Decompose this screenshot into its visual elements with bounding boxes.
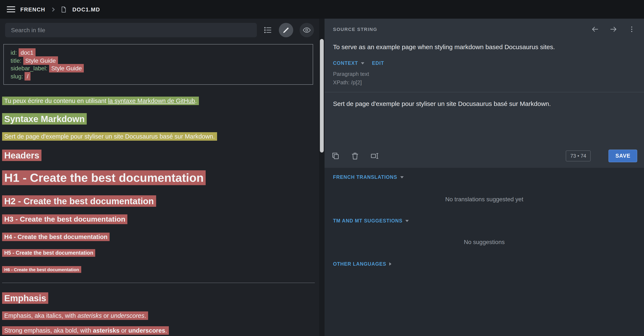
edit-link[interactable]: EDIT	[372, 61, 384, 66]
source-string[interactable]: Tu peux écrire du contenu en utilisant l…	[2, 97, 199, 105]
source-text: To serve as an example page when styling…	[324, 40, 644, 51]
context-type: Paragraph text	[333, 71, 636, 77]
topbar: FRENCH DOC1.MD	[0, 0, 644, 19]
frontmatter-key: title:	[10, 57, 21, 64]
arrow-left-icon[interactable]	[591, 25, 599, 34]
breadcrumb-file: DOC1.MD	[72, 6, 100, 13]
menu-icon[interactable]	[7, 6, 15, 12]
horizontal-rule	[2, 283, 315, 283]
edit-pencil-icon[interactable]	[279, 23, 293, 37]
no-translations-text: No translations suggested yet	[333, 196, 636, 203]
chevron-down-icon	[400, 176, 404, 178]
paragraph-line: Strong emphasis, aka bold, with asterisk…	[2, 326, 315, 335]
paragraph-line: Tu peux écrire du contenu en utilisant l…	[2, 97, 315, 105]
search-input[interactable]	[5, 23, 257, 37]
save-button[interactable]: SAVE	[609, 149, 637, 162]
source-string[interactable]: Emphasis, aka italics, with asterisks or…	[2, 311, 148, 320]
source-string[interactable]: H1 - Create the best documentation	[2, 170, 206, 185]
breadcrumb-project[interactable]: FRENCH	[20, 6, 45, 13]
file-toolbar	[0, 19, 319, 42]
heading-line: H1 - Create the best documentation	[2, 171, 315, 185]
document-preview: id: doc1 title: Style Guide sidebar_labe…	[0, 42, 319, 336]
kebab-menu-icon[interactable]	[628, 26, 636, 33]
trash-icon[interactable]	[351, 152, 359, 160]
source-string[interactable]: /	[25, 72, 31, 80]
scrollbar-track[interactable]	[319, 19, 324, 336]
source-string[interactable]: Strong emphasis, aka bold, with asterisk…	[2, 326, 169, 335]
source-section: SOURCE STRING To serve as an example	[324, 19, 644, 168]
breadcrumb-chevron-icon	[50, 7, 55, 12]
frontmatter-key: slug:	[10, 73, 23, 79]
source-string[interactable]: H2 - Create the best documentation	[2, 195, 156, 207]
source-string-label: SOURCE STRING	[333, 27, 377, 32]
heading-line: Emphasis	[2, 292, 315, 304]
source-string[interactable]: Style Guide	[23, 56, 58, 65]
source-string[interactable]: H5 - Create the best documentation	[2, 249, 96, 257]
source-header: SOURCE STRING	[324, 19, 644, 40]
source-string[interactable]: Style Guide	[49, 64, 84, 72]
translation-input[interactable]: Sert de page d'exemple pour styliser un …	[324, 92, 644, 144]
selected-line: Sert de page d'exemple pour styliser un …	[2, 132, 315, 141]
heading-line: Headers	[2, 149, 315, 161]
file-icon	[60, 6, 67, 13]
heading-line: H4 - Create the best documentation	[2, 233, 315, 241]
char-counter: 73 • 74	[566, 150, 591, 161]
file-panel: id: doc1 title: Style Guide sidebar_labe…	[0, 19, 319, 336]
arrow-right-icon[interactable]	[609, 25, 618, 34]
translation-panel: SOURCE STRING To serve as an example	[324, 19, 644, 336]
list-view-icon[interactable]	[263, 26, 272, 35]
context-xpath: XPath: /p[2]	[333, 79, 636, 86]
text-select-icon[interactable]	[370, 152, 379, 160]
no-suggestions-text: No suggestions	[333, 239, 636, 245]
frontmatter-key: sidebar_label:	[10, 65, 48, 72]
context-toggle[interactable]: CONTEXT	[333, 61, 364, 66]
copy-icon[interactable]	[331, 152, 340, 160]
heading-line: H2 - Create the best documentation	[2, 195, 315, 207]
main-split: id: doc1 title: Style Guide sidebar_labe…	[0, 19, 644, 336]
scrollbar-thumb[interactable]	[320, 39, 324, 152]
source-string[interactable]: H3 - Create the best documentation	[2, 214, 127, 224]
chevron-down-icon	[405, 220, 409, 222]
paragraph-line: Emphasis, aka italics, with asterisks or…	[2, 311, 315, 320]
suggestions-section: FRENCH TRANSLATIONS No translations sugg…	[324, 168, 644, 336]
chevron-right-icon	[389, 262, 392, 266]
chevron-down-icon	[361, 62, 364, 64]
frontmatter-key: id:	[10, 49, 17, 56]
translation-toolbar: 73 • 74 SAVE	[324, 144, 644, 168]
source-string-selected[interactable]: Sert de page d'exemple pour styliser un …	[2, 132, 217, 141]
heading-line: H6 - Create the best documentation	[2, 266, 315, 272]
source-string[interactable]: Emphasis	[2, 292, 48, 304]
frontmatter-block: id: doc1 title: Style Guide sidebar_labe…	[4, 44, 313, 85]
french-translations-toggle[interactable]: FRENCH TRANSLATIONS	[333, 175, 636, 180]
context-row: CONTEXT EDIT	[333, 61, 636, 66]
heading-line: H3 - Create the best documentation	[2, 215, 315, 224]
app-window: FRENCH DOC1.MD	[0, 0, 644, 336]
preview-eye-icon[interactable]	[300, 23, 314, 37]
heading-line: Syntaxe Markdown	[2, 113, 315, 125]
source-string[interactable]: Headers	[2, 149, 42, 161]
source-string[interactable]: doc1	[18, 48, 36, 57]
heading-line: H5 - Create the best documentation	[2, 250, 315, 257]
source-string[interactable]: H6 - Create the best documentation	[2, 266, 81, 273]
source-string[interactable]: H4 - Create the best documentation	[2, 233, 110, 241]
other-languages-toggle[interactable]: OTHER LANGUAGES	[333, 261, 636, 266]
tm-mt-suggestions-toggle[interactable]: TM AND MT SUGGESTIONS	[333, 218, 636, 223]
link-text: la syntaxe Markdown de GitHub	[108, 97, 195, 104]
source-string[interactable]: Syntaxe Markdown	[2, 113, 87, 125]
